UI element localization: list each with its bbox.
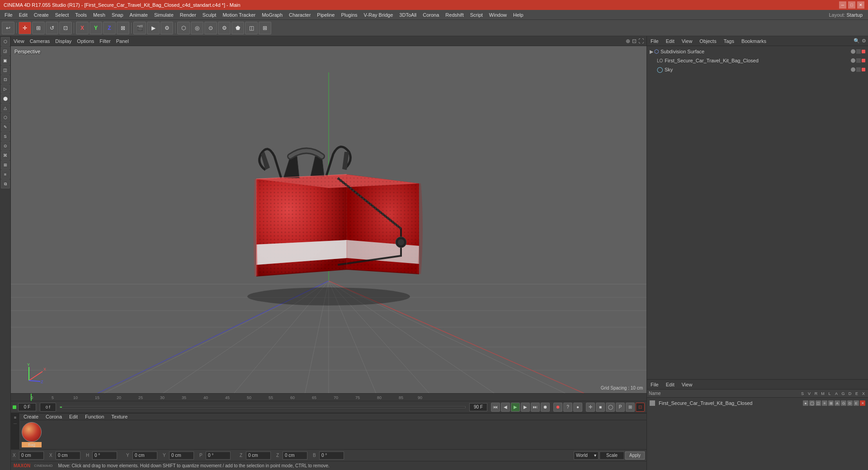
coord-y-pos[interactable]: 0 cm xyxy=(132,451,157,460)
material-tab-function[interactable]: Function xyxy=(83,414,106,419)
menu-character[interactable]: Character xyxy=(286,11,313,19)
material-item[interactable]: Bag xyxy=(22,422,42,447)
menu-file[interactable]: File xyxy=(2,11,15,19)
key-settings-btn[interactable]: ? xyxy=(563,403,572,412)
ctrl-a[interactable]: A xyxy=(835,400,840,406)
material-tab-corona[interactable]: Corona xyxy=(44,414,64,419)
ctrl-r[interactable]: ◫ xyxy=(816,400,821,406)
ctrl-e[interactable]: E xyxy=(854,400,859,406)
subdiv-ctrl-1[interactable] xyxy=(856,49,861,54)
toolbar-move[interactable]: ✛ xyxy=(19,22,31,34)
close-button[interactable]: ✕ xyxy=(857,1,864,9)
menu-plugins[interactable]: Plugins xyxy=(338,11,360,19)
obj-item-bag[interactable]: LO First_Secure_Car_Travel_Kit_Bag_Close… xyxy=(648,56,867,65)
toolbar-rotate[interactable]: ↺ xyxy=(46,22,58,34)
menu-corona[interactable]: Corona xyxy=(420,11,442,19)
toolbar-render-region[interactable]: 🎬 xyxy=(133,22,146,34)
coord-z-rot[interactable]: 0 cm xyxy=(283,451,307,460)
viewport-menu-filter[interactable]: Filter xyxy=(99,38,110,44)
apply-button[interactable]: Apply xyxy=(625,451,645,460)
coord-x-pos[interactable]: 0 cm xyxy=(19,451,44,460)
menu-tools[interactable]: Tools xyxy=(72,11,90,19)
left-btn-5[interactable]: ⊡ xyxy=(1,75,10,84)
left-btn-7[interactable]: ⬤ xyxy=(1,94,10,103)
ctrl-d[interactable]: D xyxy=(847,400,853,406)
obj-item-subdivision[interactable]: ▶ ⬡ Subdivision Surface xyxy=(648,47,867,56)
toolbar-undo[interactable]: ↩ xyxy=(2,22,14,34)
toolbar-obj4[interactable]: ⚙ xyxy=(218,22,231,34)
frames-btn[interactable]: ⊡ xyxy=(636,403,645,412)
viewport-menu-panel[interactable]: Panel xyxy=(116,38,129,44)
coord-h-val[interactable]: 0 ° xyxy=(92,451,117,460)
menu-pipeline[interactable]: Pipeline xyxy=(314,11,337,19)
left-btn-16[interactable]: ⧉ xyxy=(1,179,10,188)
obj-panel-bookmarks[interactable]: Bookmarks xyxy=(740,38,768,44)
attr-panel-file[interactable]: File xyxy=(649,382,660,387)
bag-ctrl-1[interactable] xyxy=(856,58,861,63)
sky-vis-dot[interactable] xyxy=(851,67,855,72)
menu-3dtoall[interactable]: 3DToAll xyxy=(396,11,419,19)
left-btn-3[interactable]: ▣ xyxy=(1,56,10,65)
maximize-button[interactable]: □ xyxy=(848,1,855,9)
motion-path-btn[interactable]: ✛ xyxy=(586,403,595,412)
menu-redshift[interactable]: Redshift xyxy=(443,11,466,19)
material-sidebar-btn[interactable]: ≡ xyxy=(12,414,19,421)
viewport[interactable]: Perspective Grid Spacing : 10 cm X Y Z xyxy=(11,46,646,393)
coord-p-val[interactable]: 0 ° xyxy=(206,451,231,460)
viewport-fullscreen-icon[interactable]: ⛶ xyxy=(638,38,644,44)
coord-z-pos[interactable]: 0 cm xyxy=(246,451,271,460)
subdiv-vis-dot[interactable] xyxy=(851,49,855,54)
left-btn-1[interactable]: ⬡ xyxy=(1,37,10,46)
toolbar-render[interactable]: ▶ xyxy=(147,22,160,34)
next-frame-btn[interactable]: ▶ xyxy=(521,403,530,412)
ctrl-g[interactable]: G xyxy=(841,400,846,406)
toolbar-obj7[interactable]: ⊞ xyxy=(259,22,271,34)
ctrl-x[interactable]: ✕ xyxy=(860,400,865,406)
left-btn-15[interactable]: ≡ xyxy=(1,170,10,179)
sky-delete-btn[interactable] xyxy=(862,68,865,71)
menu-mesh[interactable]: Mesh xyxy=(90,11,108,19)
toolbar-scale[interactable]: ⊞ xyxy=(32,22,45,34)
go-to-start-btn[interactable]: ⏮ xyxy=(491,403,500,412)
menu-edit[interactable]: Edit xyxy=(16,11,30,19)
coord-x-rot[interactable]: 0 cm xyxy=(56,451,80,460)
viewport-expand-icon[interactable]: ⊡ xyxy=(632,38,637,44)
left-btn-10[interactable]: ✎ xyxy=(1,122,10,132)
left-btn-6[interactable]: ▷ xyxy=(1,85,10,94)
menu-select[interactable]: Select xyxy=(52,11,72,19)
play-btn[interactable]: ▶ xyxy=(511,403,520,412)
obj-panel-objects[interactable]: Objects xyxy=(698,38,718,44)
menu-motiontracker[interactable]: Motion Tracker xyxy=(220,11,258,19)
viewport-menu-view[interactable]: View xyxy=(14,38,24,44)
obj-panel-file[interactable]: File xyxy=(649,38,660,44)
toolbar-transform[interactable]: ⊡ xyxy=(59,22,72,34)
left-btn-14[interactable]: ⊞ xyxy=(1,160,10,169)
loop-btn[interactable]: ⊞ xyxy=(626,403,635,412)
viewport-menu-cameras[interactable]: Cameras xyxy=(30,38,50,44)
record-btn[interactable]: ⏺ xyxy=(541,403,550,412)
toolbar-x[interactable]: X xyxy=(76,22,89,34)
menu-create[interactable]: Create xyxy=(31,11,52,19)
left-btn-4[interactable]: ◫ xyxy=(1,66,10,75)
left-btn-13[interactable]: ⌘ xyxy=(1,151,10,160)
left-btn-11[interactable]: S xyxy=(1,132,10,141)
prev-frame-btn[interactable]: ◀ xyxy=(501,403,510,412)
layout-preset[interactable]: Startup xyxy=(847,12,863,18)
left-btn-9[interactable]: ⬡ xyxy=(1,113,10,122)
material-tab-edit[interactable]: Edit xyxy=(67,414,80,419)
obj-search-icon[interactable]: 🔍 xyxy=(854,38,860,44)
obj-item-sky[interactable]: ◯ Sky xyxy=(648,65,867,74)
toolbar-worldspace[interactable]: ⊠ xyxy=(117,22,129,34)
menu-render[interactable]: Render xyxy=(177,11,199,19)
ctrl-s[interactable]: ● xyxy=(803,400,808,406)
subdiv-delete-btn[interactable] xyxy=(862,50,865,53)
left-btn-12[interactable]: ⊙ xyxy=(1,141,10,150)
obj-gear-icon[interactable]: ⚙ xyxy=(862,38,866,44)
coord-y-rot[interactable]: 0 cm xyxy=(169,451,194,460)
material-preview[interactable] xyxy=(22,422,42,442)
world-dropdown[interactable]: World ▾ xyxy=(574,451,599,460)
menu-animate[interactable]: Animate xyxy=(127,11,151,19)
menu-vraybridge[interactable]: V-Ray Bridge xyxy=(361,11,396,19)
obj-panel-view[interactable]: View xyxy=(680,38,694,44)
coord-b-val[interactable]: 0 ° xyxy=(319,451,344,460)
